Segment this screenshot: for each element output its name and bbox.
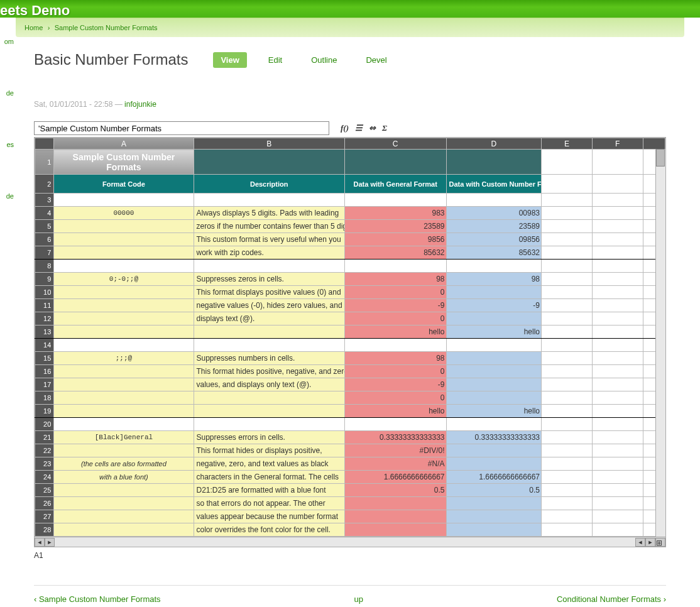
cell-r27-c5[interactable]: [592, 510, 643, 523]
cell-C7[interactable]: 85632: [344, 246, 446, 260]
cell-r1-c2[interactable]: [344, 150, 446, 175]
row-header-12[interactable]: 12: [35, 312, 54, 325]
cell-r16-c5[interactable]: [592, 365, 643, 378]
cell-r15-c5[interactable]: [592, 352, 643, 365]
cell-B28[interactable]: color overrides the font color for the c…: [194, 523, 344, 537]
cell-C26[interactable]: [344, 497, 446, 510]
breadcrumb-home[interactable]: Home: [25, 24, 43, 31]
header-cell-1[interactable]: Description: [194, 175, 344, 194]
row-header-28[interactable]: 28: [35, 523, 54, 537]
cell-r3-c5[interactable]: [592, 194, 643, 207]
cell-r8-c4[interactable]: [542, 260, 593, 273]
cell-B16[interactable]: This format hides positive, negative, an…: [194, 365, 344, 378]
scroll-right-arrow[interactable]: ►: [45, 538, 55, 547]
col-header-F[interactable]: F: [592, 138, 643, 150]
link-icon[interactable]: ⇔: [369, 123, 376, 133]
cell-r8-c5[interactable]: [592, 260, 643, 273]
cell-D19[interactable]: hello: [446, 405, 542, 418]
cell-r2-c5[interactable]: [592, 175, 643, 194]
cell-A8[interactable]: [54, 260, 194, 273]
cell-D28[interactable]: [446, 523, 542, 537]
row-header-19[interactable]: 19: [35, 405, 54, 418]
cell-r10-c4[interactable]: [542, 286, 593, 299]
row-header-15[interactable]: 15: [35, 352, 54, 365]
scroll-left-arrow-2[interactable]: ◄: [635, 538, 645, 547]
spreadsheet[interactable]: ABCDEF 1Sample Custom Number Formats2For…: [34, 137, 666, 547]
cell-C10[interactable]: 0: [344, 286, 446, 299]
sum-icon[interactable]: Σ: [382, 123, 387, 133]
cell-A28[interactable]: [54, 523, 194, 537]
row-header-26[interactable]: 26: [35, 497, 54, 510]
cell-C15[interactable]: 98: [344, 352, 446, 365]
row-header-24[interactable]: 24: [35, 471, 54, 484]
cell-C21[interactable]: 0.33333333333333: [344, 431, 446, 444]
cell-B4[interactable]: Always displays 5 digits. Pads with lead…: [194, 207, 344, 220]
row-header-16[interactable]: 16: [35, 365, 54, 378]
cell-A9[interactable]: 0;-0;;@: [54, 273, 194, 286]
cell-r25-c5[interactable]: [592, 484, 643, 497]
cell-C27[interactable]: [344, 510, 446, 523]
cell-r23-c4[interactable]: [542, 457, 593, 471]
cell-A10[interactable]: [54, 286, 194, 299]
cell-r1-c5[interactable]: [592, 150, 643, 175]
cell-B25[interactable]: D21:D25 are formatted with a blue font: [194, 484, 344, 497]
cell-r16-c4[interactable]: [542, 365, 593, 378]
cell-r4-c4[interactable]: [542, 207, 593, 220]
cell-r6-c5[interactable]: [592, 233, 643, 246]
cell-D20[interactable]: [446, 418, 542, 431]
cell-B7[interactable]: work with zip codes.: [194, 246, 344, 260]
scrollbar-track[interactable]: [55, 538, 635, 547]
row-header-2[interactable]: 2: [35, 175, 54, 194]
cell-A12[interactable]: [54, 312, 194, 325]
cell-r4-c5[interactable]: [592, 207, 643, 220]
cell-D12[interactable]: [446, 312, 542, 325]
col-header-A[interactable]: A: [54, 138, 194, 150]
row-header-1[interactable]: 1: [35, 150, 54, 175]
row-header-21[interactable]: 21: [35, 431, 54, 444]
cell-B14[interactable]: [194, 339, 344, 352]
cell-D23[interactable]: [446, 457, 542, 471]
pager-up[interactable]: up: [354, 594, 363, 604]
row-header-23[interactable]: 23: [35, 457, 54, 471]
cell-r5-c5[interactable]: [592, 220, 643, 233]
cell-r13-c4[interactable]: [542, 325, 593, 339]
cell-r21-c5[interactable]: [592, 431, 643, 444]
cell-r12-c4[interactable]: [542, 312, 593, 325]
cell-A14[interactable]: [54, 339, 194, 352]
row-header-13[interactable]: 13: [35, 325, 54, 339]
cell-r11-c5[interactable]: [592, 299, 643, 312]
cell-A7[interactable]: [54, 246, 194, 260]
cell-A13[interactable]: [54, 325, 194, 339]
breadcrumb-current[interactable]: Sample Custom Number Formats: [55, 24, 158, 31]
cell-B17[interactable]: values, and displays only text (@).: [194, 378, 344, 391]
cell-C13[interactable]: hello: [344, 325, 446, 339]
col-header-end[interactable]: [643, 138, 665, 150]
cell-B18[interactable]: [194, 391, 344, 405]
horizontal-scrollbar[interactable]: ◄ ► ◄ ► ⊞: [35, 537, 665, 547]
cell-D15[interactable]: [446, 352, 542, 365]
cell-D27[interactable]: [446, 510, 542, 523]
cell-r9-c4[interactable]: [542, 273, 593, 286]
cell-r14-c4[interactable]: [542, 339, 593, 352]
cell-D11[interactable]: -9: [446, 299, 542, 312]
cell-A19[interactable]: [54, 405, 194, 418]
pager-next[interactable]: Conditional Number Formats ›: [557, 594, 666, 604]
row-header-8[interactable]: 8: [35, 260, 54, 273]
cell-r18-c5[interactable]: [592, 391, 643, 405]
cell-r3-c4[interactable]: [542, 194, 593, 207]
header-cell-2[interactable]: Data with General Format: [344, 175, 446, 194]
header-cell-3[interactable]: Data with Custom Number Format: [446, 175, 542, 194]
cell-r24-c5[interactable]: [592, 471, 643, 484]
cell-r5-c4[interactable]: [542, 220, 593, 233]
cell-A18[interactable]: [54, 391, 194, 405]
col-header-E[interactable]: E: [542, 138, 593, 150]
cell-r10-c5[interactable]: [592, 286, 643, 299]
cell-B13[interactable]: [194, 325, 344, 339]
cell-A22[interactable]: [54, 444, 194, 457]
cell-r27-c4[interactable]: [542, 510, 593, 523]
cell-B24[interactable]: characters in the General format. The ce…: [194, 471, 344, 484]
cell-C6[interactable]: 9856: [344, 233, 446, 246]
cell-C3[interactable]: [344, 194, 446, 207]
col-header-C[interactable]: C: [344, 138, 446, 150]
cell-r26-c5[interactable]: [592, 497, 643, 510]
